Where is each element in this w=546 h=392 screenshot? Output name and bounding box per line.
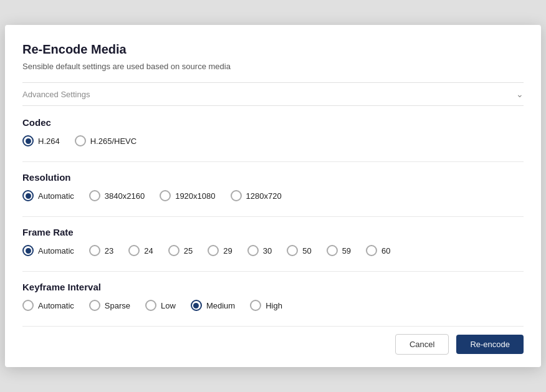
radio-item-high[interactable]: High — [250, 300, 282, 311]
keyframe-interval-radio-group: AutomaticSparseLowMediumHigh — [22, 300, 524, 313]
radio-circle-30 — [247, 245, 259, 256]
dialog-footer: Cancel Re-encode — [22, 326, 524, 355]
radio-circle-59 — [327, 245, 338, 256]
radio-label-23: 23 — [105, 246, 113, 256]
codec-section: Codec H.264H.265/HEVC — [22, 117, 524, 149]
radio-item-59[interactable]: 59 — [327, 245, 351, 256]
radio-item-auto[interactable]: Automatic — [22, 190, 74, 201]
radio-label-25: 25 — [184, 246, 193, 256]
radio-circle-h265 — [75, 135, 86, 146]
frame-rate-section-title: Frame Rate — [22, 227, 524, 237]
radio-label-3840x2160: 3840x2160 — [105, 191, 145, 201]
radio-item-sparse[interactable]: Sparse — [89, 300, 130, 311]
radio-label-30: 30 — [263, 246, 272, 256]
radio-item-h264[interactable]: H.264 — [22, 135, 60, 146]
reencode-dialog: Re-Encode Media Sensible default setting… — [5, 25, 541, 367]
dialog-title: Re-Encode Media — [22, 42, 524, 57]
radio-label-auto: Automatic — [38, 191, 74, 201]
radio-item-1280x720[interactable]: 1280x720 — [231, 190, 282, 201]
radio-circle-3840x2160 — [89, 190, 100, 201]
radio-circle-high — [250, 300, 261, 311]
radio-circle-low — [145, 300, 156, 311]
reencode-button[interactable]: Re-encode — [456, 335, 524, 354]
radio-circle-h264 — [22, 135, 34, 146]
dialog-subtitle: Sensible default settings are used based… — [22, 62, 524, 71]
radio-label-1920x1080: 1920x1080 — [175, 191, 215, 201]
cancel-button[interactable]: Cancel — [395, 334, 449, 355]
radio-circle-auto — [22, 190, 34, 201]
radio-circle-medium — [191, 300, 202, 311]
radio-item-low[interactable]: Low — [145, 300, 176, 311]
radio-item-23[interactable]: 23 — [89, 245, 113, 256]
radio-item-auto[interactable]: Automatic — [22, 300, 74, 311]
frame-rate-radio-group: Automatic2324252930505960 — [22, 245, 524, 259]
radio-circle-auto — [22, 245, 34, 256]
radio-item-24[interactable]: 24 — [128, 245, 153, 256]
radio-item-1920x1080[interactable]: 1920x1080 — [160, 190, 215, 201]
radio-circle-50 — [287, 245, 298, 256]
advanced-settings-label: Advanced Settings — [22, 90, 90, 99]
radio-label-h264: H.264 — [38, 136, 60, 146]
radio-item-29[interactable]: 29 — [208, 245, 232, 256]
radio-circle-auto — [22, 300, 34, 311]
frame-rate-section: Frame Rate Automatic2324252930505960 — [22, 227, 524, 259]
radio-circle-23 — [89, 245, 100, 256]
radio-label-60: 60 — [381, 246, 390, 256]
resolution-radio-group: Automatic3840x21601920x10801280x720 — [22, 190, 524, 204]
radio-label-medium: Medium — [206, 301, 235, 310]
radio-item-30[interactable]: 30 — [247, 245, 272, 256]
radio-label-50: 50 — [302, 246, 311, 256]
radio-item-3840x2160[interactable]: 3840x2160 — [89, 190, 145, 201]
radio-label-sparse: Sparse — [105, 301, 130, 310]
codec-section-title: Codec — [22, 117, 524, 128]
radio-label-24: 24 — [144, 246, 153, 256]
radio-item-25[interactable]: 25 — [168, 245, 193, 256]
radio-item-h265[interactable]: H.265/HEVC — [75, 135, 136, 146]
advanced-settings-toggle[interactable]: Advanced Settings ⌄ — [22, 82, 524, 106]
radio-label-auto: Automatic — [38, 301, 74, 310]
radio-label-auto: Automatic — [38, 246, 74, 256]
radio-label-29: 29 — [223, 246, 232, 256]
radio-circle-60 — [366, 245, 377, 256]
radio-circle-1280x720 — [231, 190, 242, 201]
radio-item-medium[interactable]: Medium — [191, 300, 235, 311]
radio-circle-29 — [208, 245, 219, 256]
keyframe-interval-section-title: Keyframe Interval — [22, 282, 524, 292]
radio-item-auto[interactable]: Automatic — [22, 245, 74, 256]
radio-circle-24 — [128, 245, 140, 256]
chevron-down-icon: ⌄ — [516, 89, 524, 99]
radio-item-50[interactable]: 50 — [287, 245, 311, 256]
radio-circle-25 — [168, 245, 180, 256]
keyframe-interval-section: Keyframe Interval AutomaticSparseLowMedi… — [22, 282, 524, 313]
radio-label-59: 59 — [342, 246, 351, 256]
radio-label-1280x720: 1280x720 — [246, 191, 282, 201]
resolution-section-title: Resolution — [22, 172, 524, 183]
radio-circle-1920x1080 — [160, 190, 171, 201]
radio-label-high: High — [266, 301, 282, 310]
radio-circle-sparse — [89, 300, 100, 311]
radio-item-60[interactable]: 60 — [366, 245, 390, 256]
radio-label-low: Low — [161, 301, 176, 310]
radio-label-h265: H.265/HEVC — [90, 136, 136, 146]
resolution-section: Resolution Automatic3840x21601920x108012… — [22, 172, 524, 204]
codec-radio-group: H.264H.265/HEVC — [22, 135, 524, 149]
